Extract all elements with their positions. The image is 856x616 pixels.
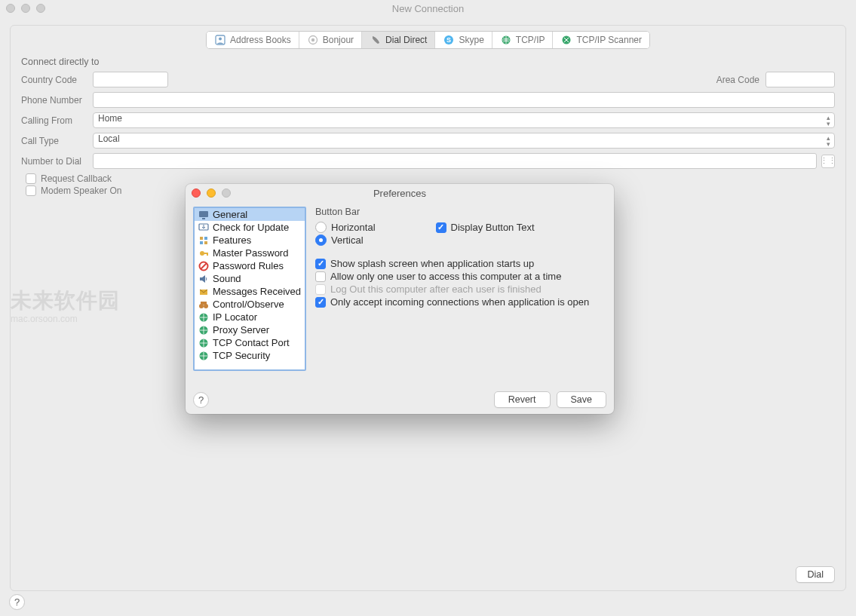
svg-text:S: S bbox=[446, 36, 451, 44]
section-label: Connect directly to bbox=[21, 57, 835, 67]
area-code-input[interactable] bbox=[765, 72, 835, 87]
globe-icon bbox=[198, 311, 209, 323]
tab-tcpip[interactable]: TCP/IP bbox=[492, 32, 554, 48]
tab-dial-direct[interactable]: Dial Direct bbox=[362, 32, 435, 48]
prefs-content: Button Bar Horizontal Vertical Display B… bbox=[315, 207, 606, 371]
svg-rect-22 bbox=[201, 302, 207, 305]
keypad-icon[interactable]: ⋮⋮ bbox=[821, 155, 835, 168]
tab-label: TCP/IP Scanner bbox=[576, 35, 641, 45]
inbox-icon bbox=[198, 286, 209, 297]
tab-label: TCP/IP bbox=[516, 35, 545, 45]
svg-rect-8 bbox=[199, 211, 208, 217]
checkbox-icon bbox=[26, 173, 36, 184]
window-title: New Connection bbox=[0, 3, 856, 14]
calling-from-select[interactable]: Home ▴▾ bbox=[93, 112, 835, 128]
display-button-text-checkbox[interactable]: Display Button Text bbox=[436, 222, 535, 233]
single-user-checkbox[interactable]: Allow only one user to access this compu… bbox=[315, 271, 606, 282]
tab-label: Address Books bbox=[230, 35, 291, 45]
calling-from-label: Calling From bbox=[21, 115, 93, 126]
number-to-dial-input[interactable] bbox=[93, 153, 817, 169]
revert-button[interactable]: Revert bbox=[494, 391, 551, 408]
checkbox-icon bbox=[436, 222, 446, 233]
number-to-dial-label: Number to Dial bbox=[21, 156, 93, 167]
svg-rect-13 bbox=[200, 241, 203, 244]
phone-icon bbox=[370, 34, 382, 46]
select-value: Local bbox=[98, 133, 120, 144]
sidebar-item-ip-locator[interactable]: IP Locator bbox=[195, 311, 305, 323]
tab-skype[interactable]: S Skype bbox=[435, 32, 492, 48]
sidebar-item-sound[interactable]: Sound bbox=[195, 272, 305, 285]
logout-checkbox: Log Out this computer after each user is… bbox=[315, 283, 606, 295]
binoculars-icon bbox=[198, 299, 209, 310]
tab-address-books[interactable]: Address Books bbox=[207, 32, 299, 48]
button-bar-title: Button Bar bbox=[315, 207, 606, 217]
globe-icon bbox=[500, 34, 512, 46]
svg-rect-12 bbox=[204, 237, 207, 240]
select-value: Home bbox=[98, 113, 122, 124]
sidebar-item-password-rules[interactable]: Password Rules bbox=[195, 259, 305, 272]
tab-bonjour[interactable]: Bonjour bbox=[299, 32, 362, 48]
connection-tabs: Address Books Bonjour Dial Direct S Skyp… bbox=[206, 31, 650, 49]
call-type-select[interactable]: Local ▴▾ bbox=[93, 133, 835, 149]
sidebar-item-messages[interactable]: Messages Received bbox=[195, 285, 305, 298]
chevron-updown-icon: ▴▾ bbox=[827, 115, 830, 127]
checkbox-icon bbox=[315, 284, 326, 295]
sidebar-item-proxy[interactable]: Proxy Server bbox=[195, 323, 305, 336]
checkbox-icon bbox=[315, 297, 326, 308]
prefs-titlebar: Preferences bbox=[186, 184, 614, 202]
sidebar-item-control-observe[interactable]: Control/Observe bbox=[195, 298, 305, 311]
svg-rect-9 bbox=[202, 218, 205, 219]
dial-form: Connect directly to Country Code Area Co… bbox=[11, 49, 845, 196]
address-book-icon bbox=[214, 34, 226, 46]
area-code-label: Area Code bbox=[716, 75, 759, 85]
tab-label: Dial Direct bbox=[385, 35, 427, 45]
dial-button[interactable]: Dial bbox=[796, 566, 835, 583]
tab-label: Skype bbox=[459, 35, 483, 45]
prefs-sidebar[interactable]: General Check for Update Features Master… bbox=[193, 207, 306, 371]
globe-icon bbox=[198, 350, 209, 361]
sidebar-item-tcp-contact[interactable]: TCP Contact Port bbox=[195, 336, 305, 349]
checkbox-label: Modem Speaker On bbox=[41, 185, 121, 196]
help-button[interactable]: ? bbox=[9, 594, 25, 610]
call-type-label: Call Type bbox=[21, 136, 93, 146]
incoming-connections-checkbox[interactable]: Only accept incoming connections when ap… bbox=[315, 296, 606, 308]
globe-icon bbox=[198, 337, 209, 348]
tab-tcpip-scanner[interactable]: TCP/IP Scanner bbox=[553, 32, 649, 48]
preferences-window: Preferences General Check for Update Fea… bbox=[186, 184, 614, 414]
splash-screen-checkbox[interactable]: Show splash screen when application star… bbox=[315, 258, 606, 269]
scanner-icon bbox=[560, 34, 572, 46]
phone-number-input[interactable] bbox=[93, 92, 835, 108]
orientation-vertical-radio[interactable]: Vertical bbox=[315, 234, 376, 246]
features-icon bbox=[198, 234, 209, 246]
key-icon bbox=[198, 247, 209, 259]
speaker-icon bbox=[198, 273, 209, 284]
sidebar-item-tcp-security[interactable]: TCP Security bbox=[195, 349, 305, 362]
chevron-updown-icon: ▴▾ bbox=[827, 135, 830, 147]
radio-icon bbox=[315, 222, 327, 233]
bonjour-icon bbox=[307, 34, 319, 46]
sidebar-item-general[interactable]: General bbox=[195, 208, 305, 221]
monitor-icon bbox=[198, 209, 209, 220]
sidebar-item-master-password[interactable]: Master Password bbox=[195, 247, 305, 259]
checkbox-icon bbox=[315, 271, 326, 282]
svg-rect-14 bbox=[204, 241, 207, 244]
prefs-help-button[interactable]: ? bbox=[193, 392, 209, 408]
svg-point-3 bbox=[311, 38, 314, 41]
country-code-input[interactable] bbox=[93, 72, 168, 87]
svg-point-1 bbox=[219, 38, 222, 41]
checkbox-icon bbox=[315, 259, 326, 269]
radio-icon bbox=[315, 234, 327, 246]
update-icon bbox=[198, 222, 209, 233]
sidebar-item-check-update[interactable]: Check for Update bbox=[195, 221, 305, 234]
svg-rect-11 bbox=[200, 237, 203, 240]
svg-rect-17 bbox=[207, 253, 208, 256]
sidebar-item-features[interactable]: Features bbox=[195, 234, 305, 247]
orientation-horizontal-radio[interactable]: Horizontal bbox=[315, 222, 376, 233]
tab-label: Bonjour bbox=[323, 35, 354, 45]
skype-icon: S bbox=[443, 34, 455, 46]
save-button[interactable]: Save bbox=[557, 391, 607, 408]
main-titlebar: New Connection bbox=[0, 0, 856, 17]
request-callback-checkbox[interactable]: Request Callback bbox=[26, 173, 835, 184]
checkbox-label: Request Callback bbox=[41, 173, 112, 184]
checkbox-icon bbox=[26, 185, 36, 196]
